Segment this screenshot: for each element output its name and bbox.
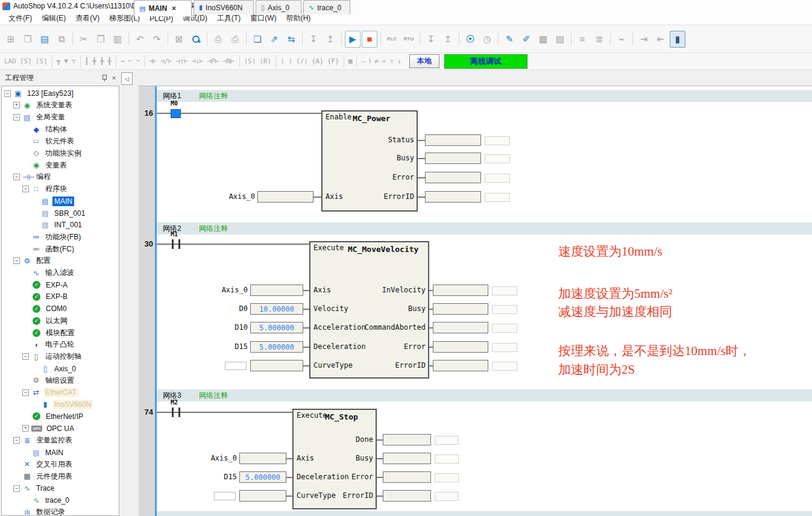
tree-expander-collapse-icon[interactable]: −: [22, 389, 29, 396]
toolbar-button-search[interactable]: [188, 31, 204, 48]
contact-m2-bar[interactable]: [172, 407, 174, 417]
toolbar-button-jump-in[interactable]: ⇥: [636, 31, 652, 48]
corner2-icon[interactable]: ¬: [134, 55, 141, 68]
toolbar-button-save-all[interactable]: ⧉: [54, 31, 69, 48]
reset-coil-icon[interactable]: [S]: [34, 55, 49, 68]
tree-item--[interactable]: −⚙配置: [13, 255, 52, 267]
contact-no-icon[interactable]: ⊣⊢: [148, 55, 158, 68]
toolbar-button-rtu-mode[interactable]: RTU: [401, 31, 417, 48]
input-operand-box-axis[interactable]: [250, 285, 303, 296]
output-operand-box-errorid[interactable]: [433, 360, 488, 371]
tline-left-icon[interactable]: ╉: [106, 55, 113, 68]
tree-item--[interactable]: −▤全局变量: [13, 112, 67, 124]
output-operand-box-busy[interactable]: [433, 303, 488, 315]
tree-expander-collapse-icon[interactable]: −: [13, 114, 20, 121]
tree-expander-collapse-icon[interactable]: −: [4, 90, 11, 97]
toolbar-button-save[interactable]: ▤: [37, 31, 52, 48]
output-operand-box-status[interactable]: [425, 134, 481, 146]
func-f-icon[interactable]: {F}: [326, 55, 341, 68]
tree-expander-collapse-icon[interactable]: −: [22, 353, 29, 360]
output-operand-box-invelocity[interactable]: [433, 285, 488, 296]
tab-axis_0[interactable]: ▯Axis_0: [256, 0, 301, 14]
tab-scroll-left-button[interactable]: ◁: [121, 72, 133, 85]
input-operand-box-curvetype[interactable]: [239, 490, 286, 502]
toolbar-button-simulate[interactable]: ▩: [535, 31, 551, 48]
input-operand-box-axis[interactable]: [257, 191, 313, 203]
tree-item--[interactable]: −⊣⊢编程: [13, 171, 52, 183]
tab-inosv660n[interactable]: ▮InoSV660N: [194, 0, 254, 14]
toolbar-button-monitor-camera[interactable]: ⦿: [462, 31, 478, 48]
offline-debug-button[interactable]: 离线调试: [444, 54, 527, 69]
star-icon[interactable]: ✳: [381, 55, 388, 68]
tree-item-main[interactable]: ▤MAIN: [22, 447, 65, 459]
tree-item-ethercat[interactable]: −⇄EtherCAT: [22, 386, 78, 398]
tree-item--[interactable]: ılı数据记录: [13, 506, 67, 516]
tree-item--[interactable]: −≣变量监控表: [13, 435, 74, 447]
up-icon[interactable]: ↑: [389, 55, 395, 68]
compare-icon[interactable]: ≠: [373, 55, 380, 68]
tree-expander-collapse-icon[interactable]: −: [13, 437, 20, 444]
input-empty-slot[interactable]: [225, 362, 247, 370]
contact-fall-icon[interactable]: ⊣↓⊢: [190, 55, 205, 68]
func-a-icon[interactable]: {A}: [310, 55, 325, 68]
toolbar-button-download-plc[interactable]: ↧: [423, 31, 439, 48]
tree-expander-expand-icon[interactable]: +: [13, 102, 20, 109]
tree-item--[interactable]: −∷程序块: [22, 183, 69, 195]
output-operand-box-error[interactable]: [433, 341, 488, 353]
input-operand-box-curvetype[interactable]: [250, 360, 303, 371]
output-operand-box-errorid[interactable]: [425, 191, 481, 203]
input-empty-slot[interactable]: [214, 492, 236, 500]
tree-item-axis-0[interactable]: ▯Axis_0: [31, 363, 78, 375]
tree-item--[interactable]: ✕交叉引用表: [13, 458, 74, 470]
contact-n-icon[interactable]: ⊣N⊢: [222, 55, 236, 68]
panel-close-icon[interactable]: ×: [109, 73, 119, 83]
tree-item--fc-[interactable]: ≕函数(FC): [22, 243, 76, 255]
toolbar-button-write-mode[interactable]: ✎: [502, 31, 517, 48]
app-instruction-icon[interactable]: ▦: [347, 55, 354, 68]
toolbar-button-delete[interactable]: ⊠: [171, 31, 187, 48]
toolbar-button-print[interactable]: ⎙: [227, 31, 243, 48]
coil-not-icon[interactable]: (/): [295, 55, 309, 68]
contact-nc-icon[interactable]: ⊣/⊢: [159, 55, 174, 68]
tree-item--[interactable]: ◉变量表: [22, 159, 69, 171]
output-operand-box-error[interactable]: [383, 471, 431, 483]
tree-item-exp-a[interactable]: ✓EXP-A: [22, 279, 69, 291]
toolbar-button-open-folder[interactable]: ❒: [20, 31, 36, 48]
hline-icon[interactable]: →: [119, 55, 126, 68]
tree-item--[interactable]: ✓以太网: [22, 315, 69, 327]
toolbar-button-upload-plc[interactable]: ↥: [440, 31, 456, 48]
toolbar-button-print-preview[interactable]: ⎙: [210, 31, 226, 48]
tree-item--fb-[interactable]: ≔功能块(FB): [22, 231, 83, 243]
toolbar-button-align-vertical[interactable]: ≣: [591, 31, 607, 48]
tree-item-trace-0[interactable]: ∿trace_0: [22, 494, 71, 506]
tree-expander-expand-icon[interactable]: +: [22, 425, 29, 432]
menu-item-1[interactable]: 编辑(E): [37, 12, 71, 25]
tree-expander-collapse-icon[interactable]: −: [13, 257, 20, 264]
network-comment[interactable]: 网络注释: [199, 391, 228, 401]
tree-item--[interactable]: ∿输入滤波: [22, 267, 76, 279]
tree-item--[interactable]: ▭软元件表: [22, 135, 76, 147]
tree-item--[interactable]: ◖电子凸轮: [22, 339, 76, 351]
toolbar-button-plc-mode[interactable]: PLC: [384, 31, 400, 48]
toolbar-button-oscilloscope[interactable]: ◷: [479, 31, 495, 48]
local-button[interactable]: 本地: [409, 54, 439, 68]
contact-rise-icon[interactable]: ⊣↑⊢: [175, 55, 189, 68]
tree-item--[interactable]: ◇功能块实例: [22, 147, 83, 159]
corner1-icon[interactable]: ⌐: [127, 55, 134, 68]
toolbar-button-monitor-edit[interactable]: ✐: [518, 31, 534, 48]
toolbar-button-redo[interactable]: ↷: [149, 31, 165, 48]
tree-item-trace[interactable]: −∿Trace: [13, 482, 56, 494]
contact-m1-bar[interactable]: [172, 239, 174, 249]
toolbar-button-export-file[interactable]: ↥: [323, 31, 338, 48]
toolbar-button-jump-out[interactable]: ⇤: [653, 31, 669, 48]
toolbar-button-simulate-stop[interactable]: ▨: [552, 31, 568, 48]
toolbar-button-copy[interactable]: ❐: [93, 31, 109, 48]
toolbar-button-panel-toggle[interactable]: ▮: [670, 31, 685, 48]
toolbar-button-usb[interactable]: ⌁: [614, 31, 629, 48]
tree-expander-collapse-icon[interactable]: −: [13, 174, 20, 180]
network-comment[interactable]: 网络注释: [199, 91, 228, 101]
toolbar-button-paste[interactable]: ▥: [110, 31, 125, 48]
tline-right-icon[interactable]: ╊: [99, 55, 105, 68]
ladder-editor-canvas[interactable]: [139, 86, 812, 516]
tree-item-opc-ua[interactable]: +OPCOPC UA: [22, 423, 76, 435]
